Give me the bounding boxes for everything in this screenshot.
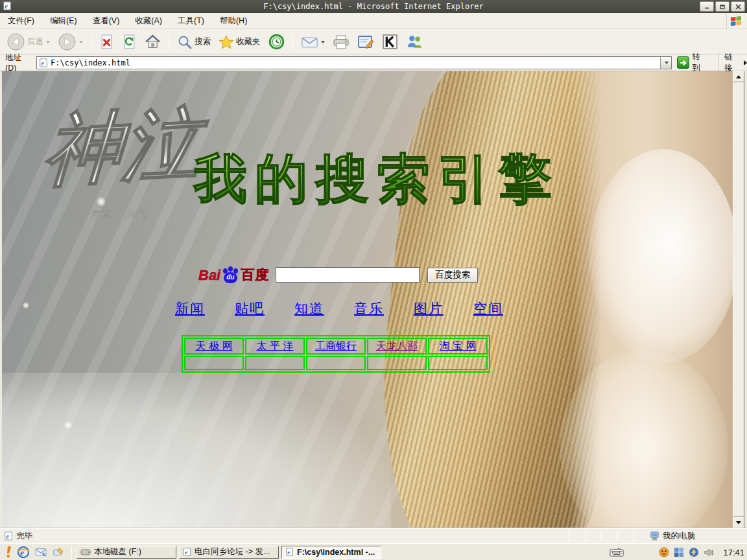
nav-link-music[interactable]: 音乐 xyxy=(354,299,384,318)
nav-link-zhidao[interactable]: 知道 xyxy=(294,299,324,318)
task-label: F:\csy\index.html -... xyxy=(297,548,375,557)
search-icon xyxy=(177,34,193,50)
k-plugin-button[interactable] xyxy=(379,32,401,51)
table-link-icbc[interactable]: 工商银行 xyxy=(315,340,357,351)
tray-qq-icon[interactable] xyxy=(659,547,669,557)
status-divider xyxy=(634,531,634,541)
back-button[interactable]: 后退 xyxy=(4,31,53,52)
history-button[interactable] xyxy=(266,32,287,51)
security-zone: 我的电脑 xyxy=(650,531,747,542)
arrow-down-icon xyxy=(736,521,741,524)
task-label: 本地磁盘 (F:) xyxy=(94,546,141,557)
baidu-search-row: Bai du 百度 百度搜索 xyxy=(198,266,478,284)
go-label: 转到 xyxy=(692,52,708,74)
svg-text:e: e xyxy=(185,549,187,555)
table-link-tianlongbabu[interactable]: 天龙八部 xyxy=(376,340,418,351)
scroll-up-button[interactable] xyxy=(733,71,744,82)
tray-msn-icon[interactable] xyxy=(674,547,684,557)
status-bar: e 完毕 我的电脑 xyxy=(0,528,747,543)
vertical-scrollbar[interactable] xyxy=(733,71,744,528)
home-button[interactable] xyxy=(142,32,163,51)
zone-label: 我的电脑 xyxy=(663,531,695,542)
minimize-button[interactable] xyxy=(700,1,714,12)
home-icon xyxy=(145,34,161,50)
address-input[interactable]: e F:\csy\index.html xyxy=(36,56,672,69)
links-toolbar[interactable]: 链接 xyxy=(718,52,747,74)
baidu-nav-links: 新闻 贴吧 知道 音乐 图片 空间 xyxy=(175,299,503,318)
mail-button[interactable] xyxy=(298,34,327,51)
stop-button[interactable] xyxy=(97,32,117,51)
windows-logo-throbber xyxy=(726,14,744,29)
baidu-logo-bai: Bai xyxy=(198,267,220,284)
address-dropdown-button[interactable] xyxy=(660,57,671,69)
baidu-search-input[interactable] xyxy=(276,267,420,283)
nav-link-space[interactable]: 空间 xyxy=(473,299,503,318)
menu-tools[interactable]: 工具(T) xyxy=(170,13,212,29)
tray-thunder-icon[interactable] xyxy=(689,547,699,557)
tray-volume-icon[interactable] xyxy=(704,548,715,557)
browser-window: e F:\csy\index.html - Microsoft Internet… xyxy=(0,0,747,560)
ie-launcher-icon[interactable]: e xyxy=(18,546,29,558)
nav-link-news[interactable]: 新闻 xyxy=(175,299,205,318)
messenger-icon xyxy=(406,34,423,50)
refresh-button[interactable] xyxy=(119,32,139,51)
taskbar-clock[interactable]: 17:41 xyxy=(723,548,744,557)
favorites-button[interactable]: 收藏夹 xyxy=(216,33,263,51)
status-divider xyxy=(585,531,586,541)
forward-dropdown-icon[interactable] xyxy=(79,41,83,43)
svg-text:e: e xyxy=(6,533,10,540)
window-border xyxy=(0,71,2,528)
sparkle xyxy=(23,302,29,309)
address-label: 地址(D) xyxy=(5,52,32,73)
table-link-pconline[interactable]: 太 平 洋 xyxy=(257,340,294,351)
messenger-button[interactable] xyxy=(403,32,426,51)
menu-edit[interactable]: 编辑(E) xyxy=(42,13,85,29)
close-button[interactable] xyxy=(731,1,745,12)
back-dropdown-icon[interactable] xyxy=(46,41,50,43)
toolbar-separator xyxy=(169,34,169,51)
back-label: 后退 xyxy=(27,36,43,47)
address-bar: 地址(D) e F:\csy\index.html 转到 链接 xyxy=(0,54,747,71)
task-button-forum[interactable]: e 电白同乡论坛 -> 发... xyxy=(179,546,279,559)
taskbar: e 本地磁盘 (F:) e 电白同乡论坛 -> 发... e F:\csy\in… xyxy=(0,543,747,560)
exclaim-launcher-icon[interactable] xyxy=(5,546,12,558)
favorites-label: 收藏夹 xyxy=(236,36,261,47)
forward-button[interactable] xyxy=(55,31,86,52)
page-viewport: 神泣 序章:光与暗 我的搜索引擎 Bai du 百度 百度搜索 新闻 贴吧 知道 xyxy=(2,71,733,528)
window-border xyxy=(744,71,747,528)
table-link-taobao[interactable]: 淘 宝 网 xyxy=(440,340,477,351)
baidu-search-button[interactable]: 百度搜索 xyxy=(427,268,478,283)
toolbar-separator xyxy=(91,34,91,51)
k-plugin-icon xyxy=(382,34,398,50)
menu-help[interactable]: 帮助(H) xyxy=(212,13,255,29)
table-link-tianji[interactable]: 天 极 网 xyxy=(196,340,233,351)
baidu-logo-chinese: 百度 xyxy=(241,266,269,284)
show-desktop-icon[interactable] xyxy=(53,547,64,557)
nav-link-tieba[interactable]: 贴吧 xyxy=(235,299,265,318)
baidu-logo-du: du xyxy=(226,274,234,281)
scroll-down-button[interactable] xyxy=(733,517,744,528)
outlook-express-launcher-icon[interactable] xyxy=(35,547,47,557)
ie-status-icon: e xyxy=(4,531,13,541)
sparkle xyxy=(97,197,106,206)
status-divider xyxy=(569,531,569,541)
restore-button[interactable] xyxy=(715,1,729,12)
print-button[interactable] xyxy=(330,33,352,51)
nav-link-image[interactable]: 图片 xyxy=(414,299,444,318)
task-label: 电白同乡论坛 -> 发... xyxy=(195,546,270,557)
search-button[interactable]: 搜索 xyxy=(174,33,213,51)
input-method-keyboard-icon[interactable] xyxy=(610,548,624,557)
shaiya-logo-subtitle: 序章:光与暗 xyxy=(90,209,168,222)
task-button-index-html[interactable]: e F:\csy\index.html -... xyxy=(281,546,381,559)
shaiya-game-logo: 神泣 xyxy=(42,103,202,189)
mail-dropdown-icon[interactable] xyxy=(321,41,325,43)
ie-page-icon: e xyxy=(285,548,294,556)
menu-view[interactable]: 查看(V) xyxy=(85,13,128,29)
edit-button[interactable] xyxy=(355,33,377,51)
menu-file[interactable]: 文件(F) xyxy=(0,13,42,29)
scrollbar-thumb[interactable] xyxy=(733,82,744,517)
menu-favorites[interactable]: 收藏(A) xyxy=(127,13,170,29)
task-button-local-disk[interactable]: 本地磁盘 (F:) xyxy=(77,546,176,559)
chevron-down-icon xyxy=(665,62,669,64)
print-icon xyxy=(333,34,350,50)
